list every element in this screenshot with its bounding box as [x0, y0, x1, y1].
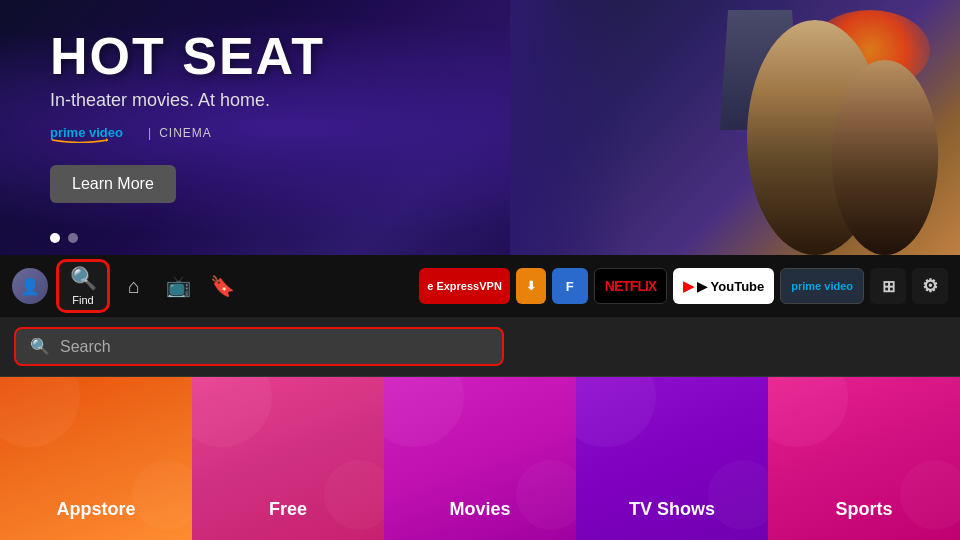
decoration-circle	[900, 460, 960, 530]
hero-banner: HOT SEAT In-theater movies. At home. pri…	[0, 0, 960, 255]
all-apps-button[interactable]: ⊞	[870, 268, 906, 304]
category-sports[interactable]: Sports	[768, 377, 960, 540]
hero-poster	[510, 0, 960, 255]
netflix-app[interactable]: NETFLIX	[594, 268, 667, 304]
decoration-circle	[768, 377, 848, 447]
decoration-circle	[576, 377, 656, 447]
tv-button[interactable]: 📺	[158, 266, 198, 306]
firetv-icon: F	[566, 279, 574, 294]
brand-separator: |	[148, 126, 151, 140]
category-free[interactable]: Free	[192, 377, 384, 540]
downloader-icon: ⬇	[526, 279, 536, 293]
expressvpn-app[interactable]: e ExpressVPN	[419, 268, 510, 304]
settings-button[interactable]: ⚙	[912, 268, 948, 304]
avatar[interactable]: 👤	[12, 268, 48, 304]
hero-subtitle: In-theater movies. At home.	[50, 90, 325, 111]
decoration-circle	[192, 377, 272, 447]
decoration-circle	[0, 377, 80, 447]
search-icon: 🔍	[70, 266, 97, 292]
hero-pagination	[50, 233, 78, 243]
downloader-app[interactable]: ⬇	[516, 268, 546, 304]
decoration-circle	[324, 460, 384, 530]
category-appstore[interactable]: Appstore	[0, 377, 192, 540]
category-grid: Appstore Free Movies TV Shows Sports	[0, 377, 960, 540]
youtube-label: ▶ YouTube	[697, 279, 764, 294]
search-placeholder: Search	[60, 338, 111, 356]
expressvpn-label: e ExpressVPN	[427, 280, 502, 292]
search-magnifier-icon: 🔍	[30, 337, 50, 356]
search-area: 🔍 Search	[0, 317, 960, 377]
firetv-app[interactable]: F	[552, 268, 588, 304]
find-label: Find	[72, 294, 93, 306]
learn-more-button[interactable]: Learn More	[50, 165, 176, 203]
search-box[interactable]: 🔍 Search	[14, 327, 504, 366]
prime-video-logo: prime video	[50, 123, 140, 143]
decoration-circle	[708, 460, 768, 530]
category-movies[interactable]: Movies	[384, 377, 576, 540]
tv-icon: 📺	[166, 274, 191, 298]
avatar-icon: 👤	[20, 277, 40, 296]
settings-icon: ⚙	[922, 275, 938, 297]
navbar: 👤 🔍 Find ⌂ 📺 🔖 e ExpressVPN ⬇ F NETFLIX …	[0, 255, 960, 317]
decoration-circle	[516, 460, 576, 530]
grid-icon: ⊞	[882, 277, 895, 296]
find-button[interactable]: 🔍 Find	[56, 259, 110, 313]
brand-type: CINEMA	[159, 126, 212, 140]
youtube-app[interactable]: ▶ ▶ YouTube	[673, 268, 774, 304]
poster-blend	[510, 0, 630, 255]
youtube-play-icon: ▶	[683, 278, 694, 294]
appstore-label: Appstore	[56, 499, 135, 520]
decoration-circle	[384, 377, 464, 447]
home-icon: ⌂	[128, 275, 140, 298]
tvshows-label: TV Shows	[629, 499, 715, 520]
prime-label: prime video	[791, 280, 853, 292]
bookmark-button[interactable]: 🔖	[202, 266, 242, 306]
movies-label: Movies	[449, 499, 510, 520]
free-label: Free	[269, 499, 307, 520]
dot-1	[50, 233, 60, 243]
hero-title: HOT SEAT	[50, 30, 325, 82]
svg-text:prime video: prime video	[50, 125, 123, 140]
hero-content: HOT SEAT In-theater movies. At home. pri…	[50, 30, 325, 203]
prime-video-app[interactable]: prime video	[780, 268, 864, 304]
dot-2	[68, 233, 78, 243]
hero-brand: prime video | CINEMA	[50, 123, 325, 143]
decoration-circle	[132, 460, 192, 530]
home-button[interactable]: ⌂	[114, 266, 154, 306]
netflix-label: NETFLIX	[605, 278, 656, 294]
bookmark-icon: 🔖	[210, 274, 235, 298]
app-shortcuts: e ExpressVPN ⬇ F NETFLIX ▶ ▶ YouTube pri…	[419, 268, 948, 304]
sports-label: Sports	[835, 499, 892, 520]
category-tvshows[interactable]: TV Shows	[576, 377, 768, 540]
